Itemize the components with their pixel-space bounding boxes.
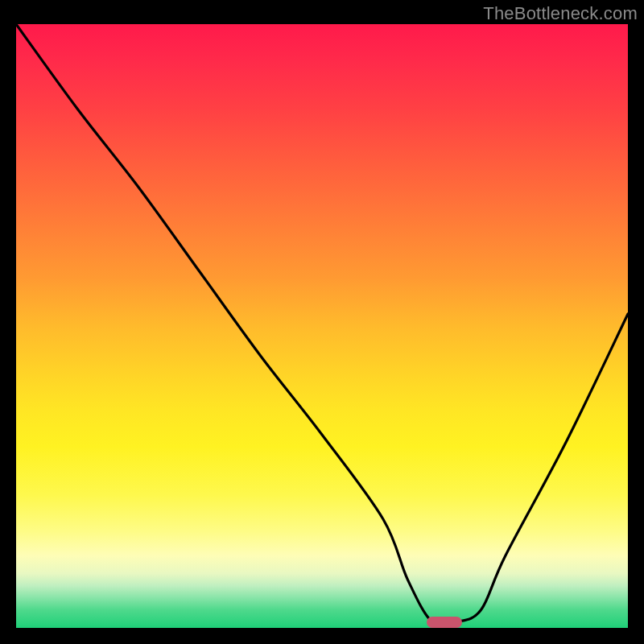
optimal-marker	[427, 617, 462, 628]
chart-frame: TheBottleneck.com	[0, 0, 644, 644]
watermark-text: TheBottleneck.com	[483, 3, 638, 24]
plot-area	[16, 24, 628, 628]
bottleneck-curve	[16, 24, 628, 628]
